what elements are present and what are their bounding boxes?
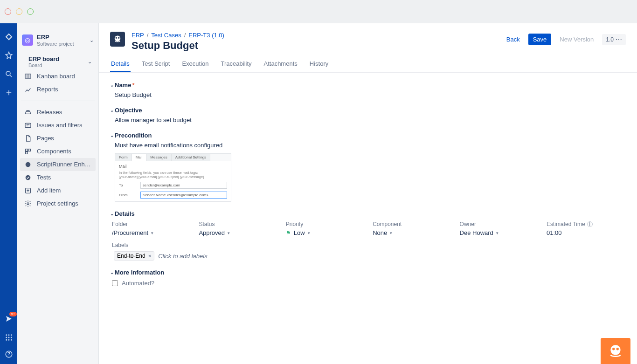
label-chip[interactable]: End-to-End × [114,251,154,261]
tab-details[interactable]: Details [110,56,131,72]
flag-icon: ⚑ [286,230,291,236]
breadcrumb-testcases[interactable]: Test Cases [151,32,181,39]
sidebar-item-label: Components [37,148,92,155]
caret-down-icon: ⌄ [110,108,114,113]
sidebar-item-label: Issues and filters [37,122,92,129]
owner-label: Owner [460,221,537,227]
precondition-attached-image[interactable]: Form Mail Messages Additional Settings M… [115,153,231,202]
info-icon[interactable]: i [587,221,593,227]
caret-down-icon: ⌄ [110,82,114,88]
inset-tab-form: Form [115,154,132,161]
svg-point-21 [27,203,29,205]
close-window-icon[interactable] [5,8,11,15]
priority-dropdown[interactable]: ⚑Low▾ [286,229,363,236]
svg-point-8 [8,339,9,341]
more-options-icon[interactable]: ⋯ [616,36,622,43]
zoom-window-icon[interactable] [27,8,34,15]
inset-from-field: Sender Name <sender@example.com> [140,192,227,199]
section-objective: ⌄ Objective Allow manager to set budget [110,107,626,124]
breadcrumb-erp[interactable]: ERP [132,32,144,39]
issues-icon [24,122,32,129]
svg-point-25 [610,345,620,355]
name-value[interactable]: Setup Budget [110,89,626,98]
svg-point-27 [616,348,619,350]
ship-icon [24,109,32,116]
remove-label-icon[interactable]: × [148,253,151,259]
tab-execution[interactable]: Execution [181,56,209,72]
automated-checkbox-row[interactable]: Automated? [110,280,626,287]
svg-point-4 [6,337,7,338]
chevron-down-icon[interactable]: ⌄ [90,37,94,43]
app-switcher-icon[interactable] [5,333,13,342]
section-details: ⌄ Details Folder /Procurement▾ Status Ap… [110,210,626,261]
sidebar-item-pages[interactable]: Pages [20,132,96,145]
board-subtitle: Board [28,62,83,68]
sidebar-item-tests[interactable]: Tests [20,171,96,184]
star-icon[interactable] [5,51,13,60]
precondition-value[interactable]: Must have email notifications configured [110,139,626,149]
sidebar-item-label: ScriptRunner Enhan... [37,161,92,168]
sidebar-item-components[interactable]: Components [20,145,96,158]
sidebar-item-settings[interactable]: Project settings [20,197,96,210]
section-toggle-objective[interactable]: ⌄ Objective [110,107,626,114]
component-dropdown[interactable]: None▾ [373,229,450,236]
svg-point-6 [10,337,12,338]
sidebar-item-label: Releases [37,109,92,116]
caret-down-icon: ⌄ [110,211,114,216]
component-icon [24,148,32,155]
section-label: Details [115,210,135,217]
sidebar-item-add[interactable]: Add item [20,184,96,197]
help-icon[interactable] [5,350,13,358]
sidebar-item-kanban[interactable]: Kanban board [20,70,96,83]
estimated-time-value[interactable]: 01:00 [547,229,626,236]
sidebar-item-scriptrunner[interactable]: ScriptRunner Enhan... [20,158,96,171]
svg-point-18 [26,162,31,167]
owner-dropdown[interactable]: Dee Howard▾ [460,229,537,236]
section-toggle-name[interactable]: ⌄ Name* [110,82,626,89]
objective-value[interactable]: Allow manager to set budget [110,114,626,124]
search-icon[interactable] [5,70,13,78]
minimize-window-icon[interactable] [16,8,22,15]
support-widget[interactable] [601,338,630,364]
automated-checkbox[interactable] [112,280,118,286]
svg-point-7 [6,339,7,341]
svg-point-9 [10,339,12,341]
sidebar-item-label: Pages [37,135,92,142]
add-labels-placeholder[interactable]: Click to add labels [158,253,208,260]
sidebar-item-issues[interactable]: Issues and filters [20,119,96,132]
tab-attachments[interactable]: Attachments [263,56,298,72]
svg-point-1 [6,334,7,336]
svg-point-0 [6,71,10,76]
tab-traceability[interactable]: Traceability [220,56,253,72]
board-group-header[interactable]: ERP board Board ⌄ [20,54,96,70]
chevron-down-icon[interactable]: ⌄ [88,59,92,65]
svg-point-19 [26,175,31,180]
breadcrumb-issue[interactable]: ERP-T3 (1.0) [188,32,224,39]
inset-panel-title: Mail [119,164,227,169]
project-header[interactable]: ◎ ERP Software project ⌄ [17,32,98,54]
section-toggle-more-info[interactable]: ⌄ More Information [110,269,626,276]
svg-point-22 [115,35,120,41]
kanban-icon [24,73,32,80]
tab-test-script[interactable]: Test Script [141,56,171,72]
zephyr-app-icon [110,32,125,47]
notifications-icon[interactable]: 9+ [5,315,13,325]
create-plus-icon[interactable] [5,89,13,97]
sidebar-item-releases[interactable]: Releases [20,106,96,119]
status-dropdown[interactable]: Approved▾ [199,229,276,236]
back-button[interactable]: Back [502,34,525,45]
folder-dropdown[interactable]: /Procurement▾ [112,229,189,236]
sidebar-item-label: Tests [37,174,92,181]
version-pill[interactable]: 1.0 ⋯ [602,34,626,45]
save-button[interactable]: Save [528,34,552,45]
sidebar-item-reports[interactable]: Reports [20,83,96,96]
window-titlebar [0,0,637,23]
project-avatar-icon: ◎ [22,34,33,46]
section-toggle-details[interactable]: ⌄ Details [110,210,626,217]
jira-logo-icon[interactable] [5,33,13,41]
new-version-button[interactable]: New Version [555,34,598,45]
tab-history[interactable]: History [309,56,329,72]
project-name: ERP [37,34,86,41]
section-toggle-precondition[interactable]: ⌄ Precondition [110,132,626,139]
sidebar-item-label: Project settings [37,200,92,207]
